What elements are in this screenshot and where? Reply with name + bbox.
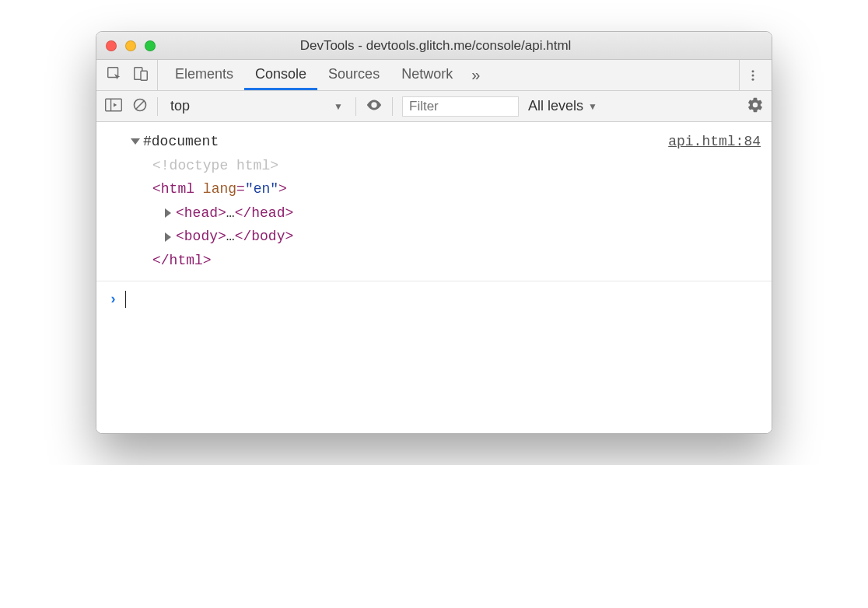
- svg-point-11: [373, 103, 376, 107]
- doctype-node: <!doctype html>: [131, 154, 761, 178]
- svg-point-5: [751, 78, 754, 80]
- console-prompt[interactable]: ›: [96, 281, 772, 318]
- svg-rect-2: [141, 71, 147, 80]
- clear-console-icon[interactable]: [132, 97, 148, 116]
- titlebar: DevTools - devtools.glitch.me/console/ap…: [96, 32, 772, 60]
- svg-marker-8: [114, 103, 117, 107]
- inspect-element-icon[interactable]: [106, 65, 123, 86]
- console-settings-icon[interactable]: [747, 96, 764, 117]
- dom-tree-document[interactable]: #document: [131, 130, 761, 154]
- disclosure-triangle-closed-icon[interactable]: [165, 232, 171, 242]
- svg-line-10: [136, 101, 144, 109]
- log-level-label: All levels: [528, 98, 583, 114]
- body-node[interactable]: <body>…</body>: [131, 225, 761, 249]
- tabs-overflow-button[interactable]: »: [464, 60, 488, 90]
- head-node[interactable]: <head>…</head>: [131, 201, 761, 225]
- execution-context-select[interactable]: top ▼: [167, 98, 346, 114]
- disclosure-triangle-open-icon[interactable]: [131, 138, 140, 145]
- devtools-menu-button[interactable]: [739, 60, 765, 90]
- log-level-select[interactable]: All levels ▼: [528, 98, 597, 114]
- tab-network[interactable]: Network: [390, 60, 464, 90]
- window-title: DevTools - devtools.glitch.me/console/ap…: [109, 38, 762, 54]
- console-sidebar-toggle-icon[interactable]: [104, 97, 123, 116]
- html-open-tag[interactable]: <html lang="en">: [131, 177, 761, 201]
- svg-point-4: [751, 74, 754, 76]
- devtools-tabbar: Elements Console Sources Network »: [96, 60, 772, 91]
- document-node-label: #document: [143, 134, 219, 149]
- console-message[interactable]: api.html:84 #document <!doctype html> <h…: [96, 122, 772, 281]
- html-close-tag: </html>: [131, 249, 761, 273]
- text-cursor: [125, 291, 127, 308]
- execution-context-label: top: [170, 98, 190, 114]
- source-link[interactable]: api.html:84: [668, 130, 761, 154]
- toggle-device-toolbar-icon[interactable]: [132, 65, 149, 86]
- prompt-chevron-icon: ›: [109, 288, 117, 312]
- tab-console[interactable]: Console: [244, 60, 317, 90]
- console-output: api.html:84 #document <!doctype html> <h…: [96, 122, 772, 433]
- svg-point-3: [751, 70, 754, 72]
- chevron-down-icon: ▼: [588, 101, 597, 112]
- chevron-down-icon: ▼: [334, 101, 343, 112]
- devtools-window: DevTools - devtools.glitch.me/console/ap…: [96, 31, 772, 434]
- disclosure-triangle-closed-icon[interactable]: [165, 208, 171, 218]
- filter-input[interactable]: [402, 96, 519, 117]
- console-toolbar: top ▼ All levels ▼: [96, 91, 772, 122]
- tab-elements[interactable]: Elements: [164, 60, 244, 90]
- live-expression-icon[interactable]: [366, 96, 383, 117]
- tab-sources[interactable]: Sources: [317, 60, 390, 90]
